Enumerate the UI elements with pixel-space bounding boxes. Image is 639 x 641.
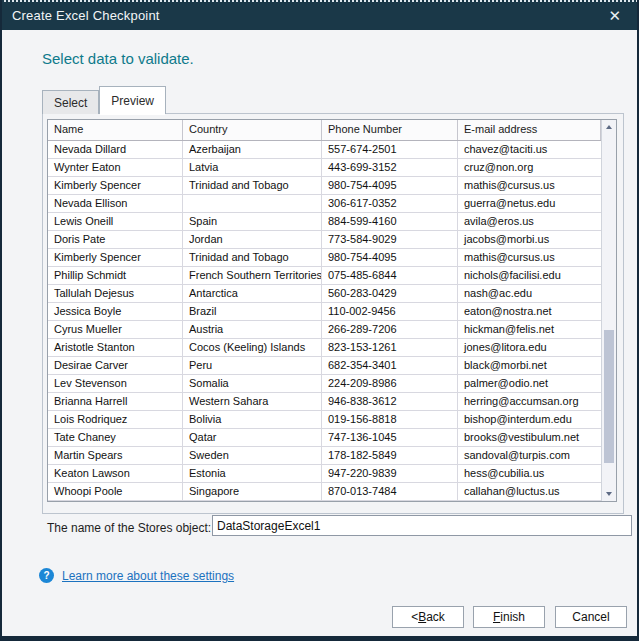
grid-header-row: Name Country Phone Number E-mail address — [48, 120, 601, 141]
column-header-name[interactable]: Name — [48, 120, 183, 140]
help-icon[interactable]: ? — [39, 568, 54, 583]
cell-name: Wynter Eaton — [48, 159, 183, 176]
table-row[interactable]: Cyrus Mueller Austria 266-289-7206 hickm… — [48, 321, 601, 339]
cell-email: hickman@felis.net — [458, 321, 601, 338]
cell-name: Lewis Oneill — [48, 213, 183, 230]
learn-more-link[interactable]: Learn more about these settings — [62, 569, 234, 583]
column-header-country[interactable]: Country — [183, 120, 322, 140]
cell-country: Jordan — [183, 231, 322, 248]
grid-body: Nevada Dillard Azerbaijan 557-674-2501 c… — [48, 141, 601, 501]
cell-email: herring@accumsan.org — [458, 393, 601, 410]
cell-email: callahan@luctus.us — [458, 483, 601, 500]
cell-name: Kimberly Spencer — [48, 249, 183, 266]
stores-object-input[interactable] — [212, 515, 632, 536]
tab-select-label: Select — [54, 96, 87, 110]
scroll-down-button[interactable] — [602, 487, 616, 501]
table-row[interactable]: Brianna Harrell Western Sahara 946-838-3… — [48, 393, 601, 411]
cell-country: Spain — [183, 213, 322, 230]
cell-phone-number: 980-754-4095 — [322, 249, 458, 266]
cell-email: sandoval@turpis.com — [458, 447, 601, 464]
table-row[interactable]: Whoopi Poole Singapore 870-013-7484 call… — [48, 483, 601, 501]
cell-email: jacobs@morbi.us — [458, 231, 601, 248]
cell-country: Somalia — [183, 375, 322, 392]
cell-name: Martin Spears — [48, 447, 183, 464]
title-bar[interactable]: Create Excel Checkpoint ✕ — [0, 0, 639, 30]
cell-country: Antarctica — [183, 285, 322, 302]
grid-viewport: Name Country Phone Number E-mail address… — [48, 120, 601, 501]
cell-phone-number: 823-153-1261 — [322, 339, 458, 356]
stores-object-label: The name of the Stores object: — [47, 521, 211, 535]
close-icon[interactable]: ✕ — [604, 6, 625, 25]
tab-strip: Select Preview — [42, 86, 166, 114]
cell-country: Qatar — [183, 429, 322, 446]
cell-country: Azerbaijan — [183, 141, 322, 158]
column-header-email[interactable]: E-mail address — [458, 120, 601, 140]
cell-country: Austria — [183, 321, 322, 338]
data-preview-grid: Name Country Phone Number E-mail address… — [47, 119, 617, 502]
create-excel-checkpoint-dialog: Create Excel Checkpoint ✕ Select data to… — [0, 0, 639, 641]
table-row[interactable]: Lois Rodriquez Bolivia 019-156-8818 bish… — [48, 411, 601, 429]
column-header-phone[interactable]: Phone Number — [322, 120, 458, 140]
tab-select[interactable]: Select — [42, 90, 99, 114]
cell-phone-number: 019-156-8818 — [322, 411, 458, 428]
cell-name: Brianna Harrell — [48, 393, 183, 410]
vertical-scrollbar[interactable] — [601, 120, 616, 501]
cell-phone-number: 557-674-2501 — [322, 141, 458, 158]
table-row[interactable]: Nevada Dillard Azerbaijan 557-674-2501 c… — [48, 141, 601, 159]
back-button[interactable]: < Back — [392, 606, 464, 628]
cell-phone-number: 747-136-1045 — [322, 429, 458, 446]
cell-phone-number: 946-838-3612 — [322, 393, 458, 410]
cell-name: Aristotle Stanton — [48, 339, 183, 356]
cell-country: Bolivia — [183, 411, 322, 428]
cell-phone-number: 224-209-8986 — [322, 375, 458, 392]
cell-phone-number: 266-289-7206 — [322, 321, 458, 338]
table-row[interactable]: Phillip Schmidt French Southern Territor… — [48, 267, 601, 285]
cell-name: Cyrus Mueller — [48, 321, 183, 338]
cell-email: bishop@interdum.edu — [458, 411, 601, 428]
scrollbar-thumb[interactable] — [604, 330, 614, 463]
arrow-up-icon — [606, 125, 612, 129]
window-title: Create Excel Checkpoint — [12, 8, 604, 23]
cell-phone-number: 178-182-5849 — [322, 447, 458, 464]
table-row[interactable]: Aristotle Stanton Cocos (Keeling) Island… — [48, 339, 601, 357]
table-row[interactable]: Martin Spears Sweden 178-182-5849 sandov… — [48, 447, 601, 465]
table-row[interactable]: Wynter Eaton Latvia 443-699-3152 cruz@no… — [48, 159, 601, 177]
cancel-button[interactable]: Cancel — [555, 606, 627, 628]
table-row[interactable]: Doris Pate Jordan 773-584-9029 jacobs@mo… — [48, 231, 601, 249]
page-title: Select data to validate. — [42, 50, 194, 67]
cell-email: jones@litora.edu — [458, 339, 601, 356]
cell-country: Western Sahara — [183, 393, 322, 410]
cell-name: Nevada Ellison — [48, 195, 183, 212]
cell-name: Desirae Carver — [48, 357, 183, 374]
table-row[interactable]: Jessica Boyle Brazil 110-002-9456 eaton@… — [48, 303, 601, 321]
cell-phone-number: 870-013-7484 — [322, 483, 458, 500]
finish-button[interactable]: Finish — [473, 606, 545, 628]
tab-preview[interactable]: Preview — [99, 86, 166, 114]
table-row[interactable]: Lewis Oneill Spain 884-599-4160 avila@er… — [48, 213, 601, 231]
table-row[interactable]: Kimberly Spencer Trinidad and Tobago 980… — [48, 177, 601, 195]
table-row[interactable]: Keaton Lawson Estonia 947-220-9839 hess@… — [48, 465, 601, 483]
cell-phone-number: 773-584-9029 — [322, 231, 458, 248]
cell-phone-number: 075-485-6844 — [322, 267, 458, 284]
cell-phone-number: 884-599-4160 — [322, 213, 458, 230]
cell-email: nash@ac.edu — [458, 285, 601, 302]
help-row: ? Learn more about these settings — [39, 568, 234, 583]
cell-email: brooks@vestibulum.net — [458, 429, 601, 446]
table-row[interactable]: Kimberly Spencer Trinidad and Tobago 980… — [48, 249, 601, 267]
table-row[interactable]: Lev Stevenson Somalia 224-209-8986 palme… — [48, 375, 601, 393]
cell-name: Tallulah Dejesus — [48, 285, 183, 302]
scroll-up-button[interactable] — [602, 120, 616, 134]
table-row[interactable]: Tallulah Dejesus Antarctica 560-283-0429… — [48, 285, 601, 303]
cell-phone-number: 980-754-4095 — [322, 177, 458, 194]
cell-phone-number: 110-002-9456 — [322, 303, 458, 320]
cell-country — [183, 195, 322, 212]
cell-email: mathis@cursus.us — [458, 249, 601, 266]
table-row[interactable]: Nevada Ellison 306-617-0352 guerra@netus… — [48, 195, 601, 213]
cell-name: Doris Pate — [48, 231, 183, 248]
table-row[interactable]: Desirae Carver Peru 682-354-3401 black@m… — [48, 357, 601, 375]
cell-name: Whoopi Poole — [48, 483, 183, 500]
table-row[interactable]: Tate Chaney Qatar 747-136-1045 brooks@ve… — [48, 429, 601, 447]
cell-email: hess@cubilia.us — [458, 465, 601, 482]
cell-name: Tate Chaney — [48, 429, 183, 446]
cell-email: black@morbi.net — [458, 357, 601, 374]
